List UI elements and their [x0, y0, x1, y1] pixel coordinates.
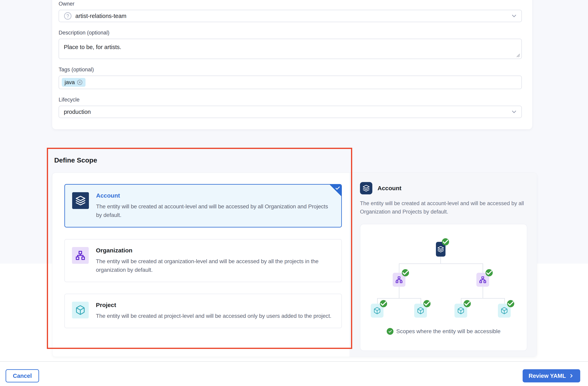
check-badge-icon [423, 300, 431, 307]
owner-select[interactable]: artist-relations-team [59, 10, 522, 22]
check-badge-icon [507, 300, 514, 307]
account-layers-icon [360, 182, 372, 194]
owner-value: artist-relations-team [75, 13, 126, 19]
lifecycle-value: production [64, 109, 91, 115]
diagram-project-node [454, 304, 467, 318]
check-icon [335, 186, 340, 191]
check-badge-icon [387, 328, 394, 335]
lifecycle-select[interactable]: production [59, 106, 522, 118]
connector-line [483, 263, 483, 273]
scope-option-description: The entity will be created at organizati… [96, 257, 334, 274]
cancel-button[interactable]: Cancel [6, 369, 39, 382]
tag-chip: java [62, 78, 85, 87]
diagram-project-node [371, 304, 383, 318]
chevron-right-icon [569, 373, 574, 379]
connector-line [483, 287, 483, 298]
check-badge-icon [485, 269, 493, 276]
tags-input[interactable]: java [59, 76, 522, 89]
check-badge-icon [442, 238, 449, 245]
scope-option-account[interactable]: Account The entity will be created at ac… [64, 184, 342, 228]
diagram-legend: Scopes where the entity will be accessib… [360, 328, 527, 335]
diagram-project-node [414, 304, 427, 318]
entity-details-form-card: Owner artist-relations-team Description … [52, 0, 532, 129]
remove-tag-icon[interactable] [77, 79, 83, 85]
description-textarea[interactable]: Place to be, for artists. [59, 39, 522, 59]
diagram-project-node [498, 304, 511, 318]
tag-chip-text: java [64, 79, 75, 86]
preview-description: The entity will be created at account-le… [360, 199, 524, 216]
description-value: Place to be, for artists. [64, 44, 121, 50]
scope-option-description: The entity will be created at account-le… [96, 202, 333, 219]
check-badge-icon [380, 300, 387, 307]
scope-preview-panel: Account The entity will be created at ac… [349, 173, 537, 357]
connector-line [504, 298, 505, 304]
connector-line [377, 298, 421, 299]
scope-hierarchy-diagram: Scopes where the entity will be accessib… [360, 224, 527, 351]
connector-line [461, 298, 505, 299]
help-circle-icon [64, 12, 72, 20]
check-badge-icon [464, 300, 471, 307]
project-cube-icon [72, 302, 89, 318]
connector-line [420, 298, 421, 304]
footer-divider [0, 361, 588, 362]
scope-options-list: Account The entity will be created at ac… [64, 184, 342, 340]
account-layers-icon [72, 192, 89, 209]
diagram-account-node [436, 242, 445, 257]
organization-sitemap-icon [72, 247, 89, 264]
scope-option-title: Project [96, 302, 332, 308]
scope-option-project[interactable]: Project The entity will be created at pr… [64, 294, 342, 328]
connector-line [399, 263, 483, 264]
scope-selector-card: Account The entity will be created at ac… [52, 173, 537, 357]
scope-option-organization[interactable]: Organization The entity will be created … [64, 239, 342, 282]
review-yaml-label: Review YAML [529, 373, 566, 379]
check-badge-icon [402, 269, 409, 276]
description-label: Description (optional) [59, 30, 522, 36]
connector-line [399, 263, 399, 273]
resize-handle[interactable] [515, 52, 520, 57]
connector-line [440, 257, 441, 264]
chevron-down-icon [511, 108, 517, 115]
connector-line [377, 298, 378, 304]
preview-header: Account [360, 182, 527, 194]
define-scope-heading: Define Scope [54, 156, 97, 164]
owner-label: Owner [59, 1, 522, 7]
scope-option-description: The entity will be created at project-le… [96, 312, 332, 320]
lifecycle-label: Lifecycle [59, 97, 522, 103]
review-yaml-button[interactable]: Review YAML [523, 369, 580, 382]
connector-line [399, 287, 399, 298]
connector-line [461, 298, 462, 304]
scope-option-title: Organization [96, 247, 334, 254]
preview-title: Account [378, 185, 401, 192]
diagram-organization-node [393, 273, 405, 287]
chevron-down-icon [511, 13, 517, 19]
scope-option-title: Account [96, 192, 333, 199]
diagram-organization-node [476, 273, 489, 287]
tags-label: Tags (optional) [59, 66, 522, 73]
legend-text: Scopes where the entity will be accessib… [396, 328, 501, 335]
